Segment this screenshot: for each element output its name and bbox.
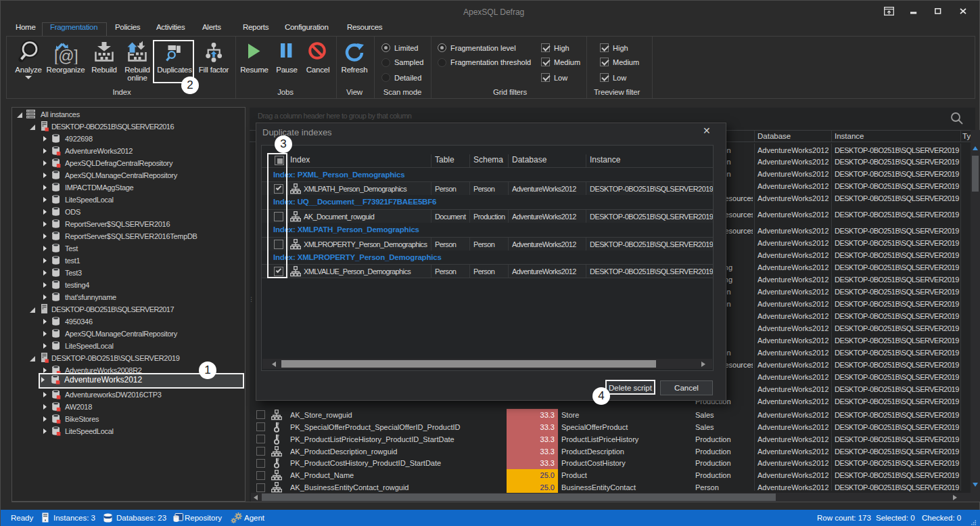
svg-text:[@]: [@]	[54, 47, 78, 64]
